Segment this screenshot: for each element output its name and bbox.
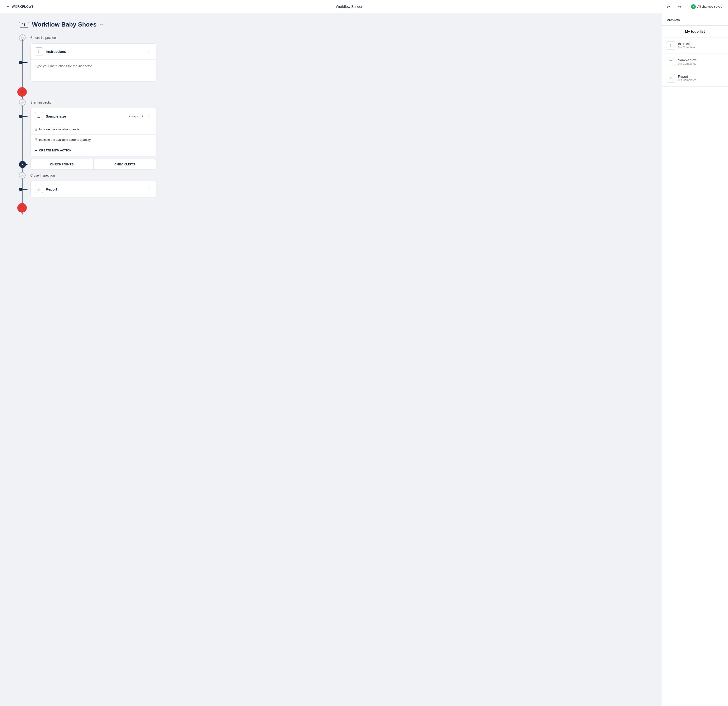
preview-panel-header: Preview bbox=[662, 13, 728, 26]
saved-indicator: ✓ All changes saved bbox=[687, 4, 722, 9]
instructions-card: ℹ Instructions ⋮ bbox=[30, 43, 156, 82]
instructions-node bbox=[19, 61, 27, 64]
action-item-1-text: Indicate the available quantity bbox=[39, 127, 79, 131]
close-inspection-label: Close Inspection bbox=[30, 173, 55, 177]
create-new-action-row[interactable]: + CREATE NEW ACTION bbox=[30, 145, 156, 156]
instructions-card-title: Instructions bbox=[46, 49, 66, 53]
instructions-dot bbox=[19, 61, 22, 64]
report-card-header-left: 📋 Report bbox=[35, 185, 57, 193]
sample-size-card: ☰ Sample size 2 steps ∧ ⋮ bbox=[30, 108, 156, 156]
workflow-title: Workflow Baby Shoes bbox=[32, 21, 97, 28]
workflow-title-row: PSI Workflow Baby Shoes ✏ bbox=[19, 21, 156, 28]
report-card: 📋 Report ⋮ bbox=[30, 181, 156, 198]
before-inspection-label: Before inspection bbox=[30, 36, 56, 40]
preview-sample-size-info: Sample Size 0/n Completed bbox=[678, 58, 697, 65]
report-card-header: 📋 Report ⋮ bbox=[30, 181, 156, 197]
instructions-card-header: ℹ Instructions ⋮ bbox=[30, 43, 156, 59]
sample-size-card-row: ☰ Sample size 2 steps ∧ ⋮ bbox=[30, 108, 156, 156]
preview-report-name: Report bbox=[678, 75, 696, 78]
preview-panel: Preview My todo list ℹ Instruction 0/n C… bbox=[662, 13, 728, 706]
sample-size-more-icon[interactable]: ⋮ bbox=[146, 113, 152, 120]
sample-size-card-header: ☰ Sample size 2 steps ∧ ⋮ bbox=[30, 108, 156, 124]
report-dot bbox=[19, 188, 22, 191]
preview-report-info: Report 0/n Completed bbox=[678, 75, 696, 82]
instructions-textarea[interactable] bbox=[30, 61, 156, 79]
check-icon: ✓ bbox=[691, 4, 696, 9]
drag-handle-1[interactable] bbox=[35, 128, 37, 131]
preview-item-sample-size: ☰ Sample Size 0/n Completed bbox=[662, 54, 728, 70]
preview-item-instruction: ℹ Instruction 0/n Completed bbox=[662, 38, 728, 54]
close-inspection-header: ◷ Close Inspection bbox=[30, 173, 156, 177]
preview-item-report: 📋 Report 0/n Completed bbox=[662, 70, 728, 87]
add-section-button-1[interactable]: + bbox=[17, 87, 27, 97]
sample-size-connector bbox=[22, 116, 27, 117]
sample-size-type-icon: ☰ bbox=[35, 112, 43, 120]
report-card-title: Report bbox=[46, 187, 57, 191]
app-header: ← WORKFLOWS Workflow Builder ↩ ↪ ✓ All c… bbox=[0, 0, 728, 13]
edit-title-icon[interactable]: ✏ bbox=[100, 22, 103, 27]
canvas-inner: PSI Workflow Baby Shoes ✏ ◷ Before inspe… bbox=[19, 21, 156, 215]
preview-instruction-status: 0/n Completed bbox=[678, 46, 696, 49]
drag-handle-2[interactable] bbox=[35, 138, 37, 141]
preview-report-status: 0/n Completed bbox=[678, 78, 696, 82]
instructions-more-icon[interactable]: ⋮ bbox=[146, 48, 152, 55]
report-more-icon[interactable]: ⋮ bbox=[146, 186, 152, 193]
preview-instruction-name: Instruction bbox=[678, 42, 696, 46]
toggle-connector bbox=[26, 164, 27, 165]
instructions-card-row: ℹ Instructions ⋮ bbox=[30, 43, 156, 82]
report-node bbox=[19, 188, 27, 191]
checklists-button[interactable]: CHECKLISTS bbox=[93, 159, 156, 170]
main-layout: PSI Workflow Baby Shoes ✏ ◷ Before inspe… bbox=[0, 13, 728, 706]
instructions-textarea-wrapper bbox=[30, 59, 156, 81]
create-action-plus-icon: + bbox=[35, 148, 37, 153]
preview-sample-size-status: 0/n Completed bbox=[678, 62, 697, 65]
expand-icon[interactable]: ∧ bbox=[141, 114, 143, 118]
checkpoints-button[interactable]: CHECKPOINTS bbox=[30, 159, 93, 170]
steps-badge: 2 steps bbox=[129, 114, 139, 118]
create-action-label: CREATE NEW ACTION bbox=[39, 149, 72, 152]
redo-button[interactable]: ↪ bbox=[676, 3, 683, 10]
toggle-node: ✕ bbox=[19, 161, 27, 168]
header-actions: ↩ ↪ ✓ All changes saved bbox=[664, 3, 722, 10]
add-section-button-2[interactable]: + bbox=[17, 203, 27, 212]
toggle-section-row: ✕ CHECKPOINTS CHECKLISTS bbox=[30, 159, 156, 170]
add-section-btn-1-wrapper: + bbox=[30, 85, 156, 98]
start-inspection-clock-icon: ◷ bbox=[19, 99, 26, 106]
instructions-type-icon: ℹ bbox=[35, 48, 43, 55]
add-section-btn-2-wrapper: + bbox=[30, 201, 156, 215]
sample-size-node bbox=[19, 115, 27, 118]
preview-instruction-info: Instruction 0/n Completed bbox=[678, 42, 696, 49]
report-card-row: 📋 Report ⋮ bbox=[30, 181, 156, 198]
sample-size-card-header-left: ☰ Sample size bbox=[35, 112, 66, 120]
start-inspection-label: Start Inspection bbox=[30, 101, 53, 104]
before-inspection-header: ◷ Before inspection bbox=[30, 36, 156, 40]
sample-size-card-meta: 2 steps ∧ ⋮ bbox=[129, 113, 152, 120]
action-item-1: Indicate the available quantity bbox=[30, 124, 156, 134]
preview-sample-size-icon: ☰ bbox=[667, 58, 675, 66]
preview-report-icon: 📋 bbox=[667, 74, 675, 82]
report-type-icon: 📋 bbox=[35, 185, 43, 193]
instructions-connector bbox=[22, 62, 27, 63]
back-navigation[interactable]: ← WORKFLOWS bbox=[6, 4, 34, 9]
preview-sample-size-name: Sample Size bbox=[678, 58, 697, 62]
saved-text: All changes saved bbox=[697, 5, 722, 8]
toggle-row: CHECKPOINTS CHECKLISTS bbox=[30, 159, 156, 170]
timeline-wrapper: ◷ Before inspection ℹ In bbox=[19, 36, 156, 215]
instructions-card-header-left: ℹ Instructions bbox=[35, 48, 66, 55]
workflow-canvas: PSI Workflow Baby Shoes ✏ ◷ Before inspe… bbox=[0, 13, 662, 706]
undo-button[interactable]: ↩ bbox=[664, 3, 672, 10]
close-inspection-clock-icon: ◷ bbox=[19, 172, 26, 179]
sample-size-dot bbox=[19, 115, 22, 118]
close-node-icon[interactable]: ✕ bbox=[19, 161, 26, 168]
page-title: Workflow Builder bbox=[336, 4, 363, 9]
action-item-2: Indicate the available cartons quantity bbox=[30, 134, 156, 145]
action-item-2-text: Indicate the available cartons quantity bbox=[39, 138, 91, 141]
workflows-label: WORKFLOWS bbox=[12, 5, 34, 8]
workflow-badge: PSI bbox=[19, 22, 29, 27]
preview-list-title: My todo list bbox=[662, 26, 728, 38]
back-arrow-icon: ← bbox=[6, 4, 10, 9]
start-inspection-header: ◷ Start Inspection bbox=[30, 101, 156, 104]
preview-instruction-icon: ℹ bbox=[667, 41, 675, 50]
report-connector bbox=[22, 189, 27, 190]
sample-size-card-title: Sample size bbox=[46, 114, 66, 118]
